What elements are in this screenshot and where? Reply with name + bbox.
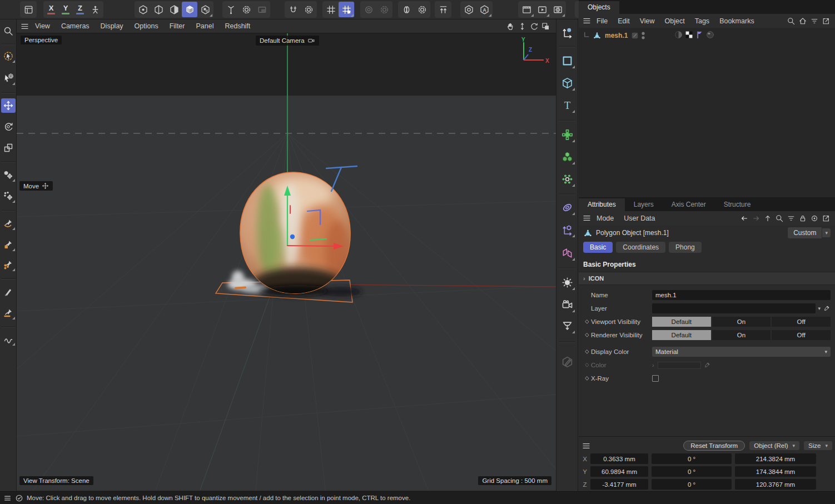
transfer-axis-button[interactable]	[435, 2, 451, 17]
layout-window-button[interactable]	[21, 2, 36, 17]
uv-tag-icon[interactable]	[684, 30, 694, 39]
transform-points-button[interactable]	[1, 189, 16, 203]
viewport-menu-icon[interactable]	[20, 22, 29, 31]
attr-track-icon[interactable]	[810, 214, 819, 223]
scale-tool-button[interactable]	[1, 141, 16, 155]
viewport-solo-button[interactable]	[461, 2, 476, 17]
quantize-button[interactable]	[339, 2, 354, 17]
objects-home-icon[interactable]	[798, 17, 807, 26]
viewport-menu-filter[interactable]: Filter	[164, 22, 191, 30]
section-tab-phong[interactable]: Phong	[669, 242, 702, 253]
viewport-3d[interactable]: Perspective Default Camera Move View Tra…	[17, 33, 556, 490]
subdivision-surface-button[interactable]	[559, 126, 575, 143]
viewport-menu-panel[interactable]: Panel	[190, 22, 219, 30]
tab-layers[interactable]: Layers	[625, 198, 663, 211]
floor-object-button[interactable]	[559, 317, 575, 334]
auto-mode-button[interactable]: A	[476, 2, 492, 17]
axis-settings-button[interactable]	[238, 2, 254, 17]
keyframe-diamond-icon[interactable]	[583, 332, 591, 338]
viewport-menu-view[interactable]: View	[29, 22, 56, 30]
size-field-x[interactable]: 214.3824 mm	[735, 453, 816, 464]
zoom-view-button[interactable]	[518, 22, 527, 31]
objects-menu-view[interactable]: View	[635, 17, 660, 25]
objects-tree[interactable]: mesh.1	[579, 28, 835, 197]
rotate-view-button[interactable]	[529, 22, 539, 31]
primitive-object-button[interactable]	[559, 74, 575, 91]
spline-points-pen-button[interactable]	[1, 257, 16, 272]
edge-mode-button[interactable]	[151, 2, 166, 17]
history-back-icon[interactable]	[740, 214, 749, 223]
keyframe-diamond-icon[interactable]	[583, 376, 591, 381]
tab-attributes[interactable]: Attributes	[579, 198, 625, 211]
attr-popout-icon[interactable]	[822, 214, 831, 223]
position-field-x[interactable]: 0.3633 mm	[590, 453, 648, 464]
texture-tag-icon[interactable]	[674, 30, 683, 39]
option-off[interactable]: Off	[772, 330, 831, 340]
z-axis-lock-button[interactable]: Z	[73, 2, 87, 17]
pan-view-button[interactable]	[506, 22, 515, 31]
coordinate-mode-dropdown[interactable]: Object (Rel) ▾	[749, 441, 799, 450]
option-default[interactable]: Default	[652, 317, 711, 327]
coordinates-tool-button[interactable]	[559, 24, 575, 41]
symmetry-settings-button[interactable]	[414, 2, 430, 17]
selection-settings-button[interactable]	[1, 71, 16, 86]
phong-tag-icon[interactable]	[695, 30, 704, 39]
sculpt-spline-button[interactable]	[1, 332, 16, 346]
coordinates-menu-icon[interactable]	[581, 441, 591, 451]
section-tab-coordinates[interactable]: Coordinates	[616, 242, 665, 253]
parent-object-icon[interactable]	[763, 214, 772, 223]
option-on[interactable]: On	[712, 317, 771, 327]
mograph-button[interactable]	[559, 221, 575, 238]
objects-menu-icon[interactable]	[582, 16, 592, 26]
keyframe-diamond-icon[interactable]	[583, 319, 591, 325]
environment-button[interactable]	[559, 274, 575, 291]
visibility-dots-icon[interactable]	[640, 31, 646, 40]
text-object-button[interactable]: T	[559, 97, 575, 113]
move-tool-button[interactable]	[1, 98, 16, 113]
rotation-field-y[interactable]: 0 °	[652, 466, 732, 477]
transform-model-button[interactable]	[1, 168, 16, 182]
volume-builder-button[interactable]	[559, 148, 575, 165]
viewport-menu-display[interactable]: Display	[95, 22, 129, 30]
coordinate-system-button[interactable]	[87, 2, 103, 17]
status-menu-icon[interactable]	[3, 494, 12, 502]
object-mode-button[interactable]	[197, 2, 213, 17]
keyframe-diamond-icon[interactable]	[583, 349, 591, 355]
size-mode-dropdown[interactable]: Size ▾	[804, 441, 832, 450]
option-on[interactable]: On	[712, 330, 771, 340]
objects-menu-tags[interactable]: Tags	[690, 17, 714, 25]
attr-filter-icon[interactable]	[787, 214, 796, 223]
deformer-button[interactable]	[559, 199, 575, 216]
object-name-label[interactable]: mesh.1	[603, 32, 629, 39]
viewport-menu-cameras[interactable]: Cameras	[56, 22, 95, 30]
symmetry-button[interactable]	[399, 2, 414, 17]
axis-orientation-gizmo[interactable]: Y Z X	[516, 37, 550, 66]
y-axis-lock-button[interactable]: Y	[58, 2, 73, 17]
rotation-field-z[interactable]: 0 °	[652, 479, 732, 490]
render-view-button[interactable]	[519, 2, 534, 17]
objects-menu-edit[interactable]: Edit	[613, 17, 635, 25]
display-color-dropdown[interactable]: Material ▾	[652, 347, 831, 357]
option-off[interactable]: Off	[772, 317, 831, 327]
objects-menu-object[interactable]: Object	[660, 17, 690, 25]
section-tab-basic[interactable]: Basic	[583, 242, 613, 253]
xray-checkbox[interactable]	[652, 375, 659, 382]
symmetry-object-button[interactable]	[559, 244, 575, 261]
grid-button[interactable]	[323, 2, 339, 17]
reset-transform-button[interactable]: Reset Transform	[683, 441, 745, 451]
attributes-menu-user-data[interactable]: User Data	[619, 214, 660, 222]
render-picture-viewer-button[interactable]	[534, 2, 550, 17]
snap-enable-button[interactable]	[285, 2, 301, 17]
model-mode-button[interactable]	[182, 2, 197, 17]
camera-object-button[interactable]	[559, 296, 575, 313]
edit-render-settings-button[interactable]	[550, 2, 565, 17]
polygon-mode-button[interactable]	[166, 2, 182, 17]
viewport-menu-redshift[interactable]: Redshift	[219, 22, 256, 30]
spline-arc-pen-button[interactable]	[1, 216, 16, 231]
rotation-field-x[interactable]: 0 °	[652, 453, 732, 464]
eyedropper-icon[interactable]	[823, 305, 831, 312]
tab-objects[interactable]: Objects	[579, 1, 619, 14]
tab-structure[interactable]: Structure	[715, 198, 760, 211]
object-row-mesh1[interactable]: mesh.1	[579, 29, 835, 42]
objects-menu-file[interactable]: File	[592, 17, 613, 25]
